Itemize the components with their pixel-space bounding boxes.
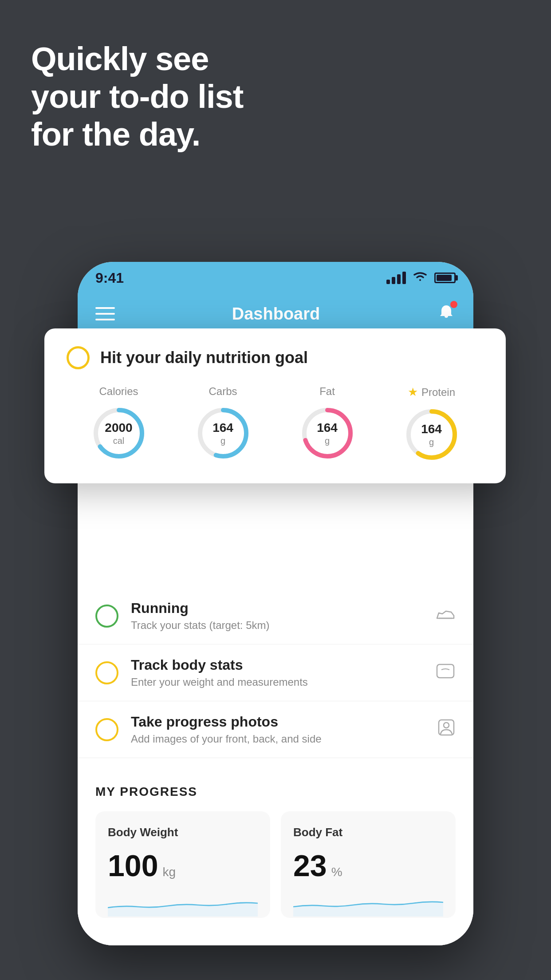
ring-value-fat: 164	[317, 420, 338, 435]
menu-button[interactable]	[95, 307, 115, 320]
ring-unit-fat: g	[317, 435, 338, 446]
ring-value-carbs: 164	[213, 420, 233, 435]
menu-icon	[95, 319, 115, 320]
status-bar: 9:41	[78, 262, 473, 294]
svg-point-2	[444, 723, 449, 728]
todo-item-running[interactable]: Running Track your stats (target: 5km)	[78, 588, 473, 644]
todo-name-progress-photos: Take progress photos	[131, 714, 425, 730]
ring-unit-carbs: g	[213, 435, 233, 446]
ring-label-carbs: Carbs	[209, 385, 237, 398]
star-icon: ★	[408, 385, 418, 399]
ring-value-protein: 164	[421, 422, 442, 437]
ring-unit-calories: cal	[105, 435, 132, 446]
app-header: Dashboard	[78, 294, 473, 334]
menu-icon	[95, 307, 115, 309]
progress-section-title: MY PROGRESS	[95, 785, 456, 799]
nutrition-card-title: Hit your daily nutrition goal	[100, 348, 308, 367]
hero-text: Quickly see your to-do list for the day.	[31, 40, 243, 153]
ring-unit-protein: g	[421, 437, 442, 447]
ring-value-calories: 2000	[105, 420, 132, 435]
todo-checkbox-body-stats[interactable]	[95, 661, 118, 684]
portrait-icon	[437, 718, 456, 741]
menu-icon	[95, 313, 115, 315]
progress-card-title-bodyfat: Body Fat	[293, 826, 443, 839]
nutrition-rings: Calories 2000 cal Carbs	[67, 385, 484, 463]
progress-section: MY PROGRESS Body Weight 100 kg Body Fat	[78, 767, 473, 918]
todo-checkbox-running[interactable]	[95, 605, 118, 628]
status-icons	[386, 270, 456, 286]
wifi-icon	[412, 270, 428, 286]
ring-calories: Calories 2000 cal	[91, 385, 147, 462]
status-time: 9:41	[95, 270, 124, 286]
todo-desc-body-stats: Enter your weight and measurements	[131, 676, 423, 688]
progress-unit-bodyfat: %	[331, 865, 342, 879]
todo-desc-running: Track your stats (target: 5km)	[131, 619, 423, 632]
signal-icon	[386, 272, 406, 284]
todo-name-running: Running	[131, 600, 423, 616]
notification-button[interactable]	[437, 303, 456, 325]
todo-list: Running Track your stats (target: 5km) T…	[78, 579, 473, 767]
todo-checkbox-progress-photos[interactable]	[95, 718, 118, 741]
progress-value-weight: 100	[108, 848, 158, 883]
todo-item-body-stats[interactable]: Track body stats Enter your weight and m…	[78, 644, 473, 701]
progress-cards: Body Weight 100 kg Body Fat 23 %	[95, 811, 456, 918]
progress-card-title-weight: Body Weight	[108, 826, 258, 839]
progress-card-weight[interactable]: Body Weight 100 kg	[95, 811, 270, 918]
progress-unit-weight: kg	[162, 865, 176, 879]
svg-rect-0	[437, 664, 454, 678]
ring-label-fat: Fat	[319, 385, 335, 398]
todo-item-progress-photos[interactable]: Take progress photos Add images of your …	[78, 701, 473, 758]
notification-dot	[450, 301, 457, 308]
ring-label-calories: Calories	[99, 385, 138, 398]
progress-value-bodyfat: 23	[293, 848, 327, 883]
todo-desc-progress-photos: Add images of your front, back, and side	[131, 733, 425, 745]
scale-icon	[435, 662, 456, 684]
shoe-icon	[435, 606, 456, 626]
ring-label-protein: ★ Protein	[408, 385, 455, 399]
todo-name-body-stats: Track body stats	[131, 657, 423, 673]
weight-chart	[108, 890, 258, 917]
page-title: Dashboard	[232, 304, 320, 324]
ring-protein: ★ Protein 164 g	[403, 385, 460, 463]
bodyfat-chart	[293, 890, 443, 917]
ring-carbs: Carbs 164 g	[195, 385, 252, 462]
battery-icon	[434, 273, 456, 283]
nutrition-checkbox[interactable]	[67, 346, 90, 369]
ring-fat: Fat 164 g	[299, 385, 356, 462]
progress-card-bodyfat[interactable]: Body Fat 23 %	[281, 811, 456, 918]
nutrition-card: Hit your daily nutrition goal Calories 2…	[44, 328, 506, 483]
